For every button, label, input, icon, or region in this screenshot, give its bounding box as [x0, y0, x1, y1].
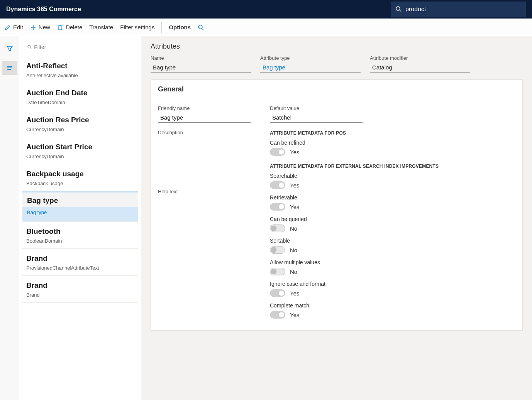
svg-point-7 — [198, 25, 202, 29]
friendly-name-input[interactable]: Bag type — [158, 113, 251, 123]
general-header: General — [151, 80, 522, 99]
list-item[interactable]: BluetoothBooleanDomain — [22, 222, 138, 249]
list-item-sub: CurrencyDomain — [26, 127, 134, 132]
toggle-sortable: SortableNo — [270, 238, 515, 254]
list-item[interactable]: Auction Start PriceCurrencyDomain — [22, 137, 138, 164]
delete-label: Delete — [66, 24, 82, 30]
toggle-switch[interactable] — [270, 311, 285, 319]
list-item-sub: Brand — [26, 292, 134, 298]
new-label: New — [39, 24, 50, 30]
translate-button[interactable]: Translate — [89, 24, 113, 30]
description-textarea[interactable] — [158, 137, 251, 183]
toggle-switch[interactable] — [270, 289, 285, 297]
list-item-title: Auction End Date — [26, 89, 134, 97]
helptext-label: Help text — [158, 189, 251, 194]
toggle-label: Can be queried — [270, 216, 515, 222]
pos-metadata-header: ATTRIBUTE METADATA FOR POS — [270, 130, 515, 136]
toggle-retrievable: RetrievableYes — [270, 194, 515, 211]
edit-button[interactable]: Edit — [5, 24, 23, 30]
list-item-title: Bluetooth — [26, 227, 134, 236]
toggle-can_be_queried: Can be queriedNo — [270, 216, 515, 232]
list-item[interactable]: BrandBrand — [22, 276, 138, 303]
list-item[interactable]: Auction End DateDateTimeDomain — [22, 83, 138, 110]
toggle-ignore_case: Ignore case and formatYes — [270, 281, 515, 297]
options-button[interactable]: Options — [169, 24, 191, 30]
filter-box[interactable] — [24, 41, 136, 53]
svg-line-8 — [202, 29, 203, 30]
left-rail — [0, 36, 19, 400]
list-item-sub: ProvisionedChannelAttributeText — [26, 265, 134, 271]
list-item-sub: CurrencyDomain — [26, 154, 134, 159]
divider — [161, 22, 162, 33]
toggle-label: Sortable — [270, 238, 515, 244]
toggle-value: Yes — [290, 149, 299, 155]
list-item-title: Auction Start Price — [26, 143, 134, 151]
default-value-input[interactable]: Satchel — [270, 113, 363, 123]
delete-button[interactable]: Delete — [57, 24, 82, 30]
helptext-textarea[interactable] — [158, 196, 251, 242]
list-rail-button[interactable] — [2, 61, 17, 75]
translate-label: Translate — [89, 24, 113, 30]
toggle-value: Yes — [290, 182, 299, 189]
list-item[interactable]: Backpack usageBackpack usage — [22, 164, 138, 191]
options-label: Options — [169, 24, 191, 30]
modifier-input[interactable]: Catalog — [370, 62, 470, 73]
toggle-switch[interactable] — [270, 246, 285, 254]
toggle-label: Searchable — [270, 173, 515, 179]
search-box[interactable] — [391, 2, 526, 17]
detail-pane: Attributes Name Bag type Attribute type … — [141, 36, 532, 400]
toggle-switch[interactable] — [270, 148, 285, 156]
toggle-value: No — [290, 247, 297, 253]
list-item-sub: Anti-reflective available — [26, 73, 134, 78]
list-item-title: Brand — [26, 254, 134, 263]
toggle-switch[interactable] — [270, 268, 285, 275]
list-item[interactable]: Anti-ReflectAnti-reflective available — [22, 56, 138, 83]
name-input[interactable]: Bag type — [151, 62, 251, 73]
search-icon — [395, 6, 405, 13]
toggle-switch[interactable] — [270, 203, 285, 211]
list-item-title: Brand — [26, 281, 134, 290]
attrtype-link[interactable]: Bag type — [260, 62, 361, 73]
list-item-title: Anti-Reflect — [26, 62, 134, 70]
toggle-allow_multiple: Allow multiple valuesNo — [270, 259, 515, 275]
list-item-title: Backpack usage — [26, 170, 134, 178]
toggle-switch[interactable] — [270, 181, 285, 189]
search-input[interactable] — [405, 6, 521, 13]
filter-rail-button[interactable] — [2, 42, 17, 56]
default-value-label: Default value — [270, 105, 515, 111]
filter-settings-button[interactable]: Filter settings — [120, 24, 154, 30]
friendly-name-label: Friendly name — [158, 105, 251, 111]
toggle-label: Ignore case and format — [270, 281, 515, 287]
toggle-switch[interactable] — [270, 224, 285, 232]
toggle-can_be_refined: Can be refinedYes — [270, 140, 515, 156]
name-label: Name — [151, 55, 251, 61]
edit-label: Edit — [13, 24, 23, 30]
toggle-value: No — [290, 225, 297, 232]
svg-rect-4 — [59, 26, 62, 30]
toggle-value: No — [290, 268, 297, 275]
top-bar: Dynamics 365 Commerce — [0, 0, 532, 19]
list-item-title: Auction Res Price — [26, 116, 134, 124]
toggle-label: Allow multiple values — [270, 259, 515, 265]
ext-metadata-header: ATTRIBUTE METADATA FOR EXTERNAL SEARCH I… — [270, 164, 515, 169]
new-button[interactable]: New — [30, 24, 50, 30]
list-column: Anti-ReflectAnti-reflective availableAuc… — [19, 36, 141, 400]
toggle-complete_match: Complete matchYes — [270, 302, 515, 319]
list-item-title: Bag type — [27, 196, 133, 205]
list-item-sub: DateTimeDomain — [26, 100, 134, 105]
toggle-label: Retrievable — [270, 194, 515, 201]
filter-settings-label: Filter settings — [120, 24, 154, 30]
toggle-value: Yes — [290, 204, 299, 210]
toggle-label: Complete match — [270, 302, 515, 309]
toggle-label: Can be refined — [270, 140, 515, 146]
filter-input[interactable] — [34, 44, 133, 50]
search-command-button[interactable] — [198, 24, 204, 30]
list-item-sub: Backpack usage — [26, 181, 134, 186]
list-item[interactable]: BrandProvisionedChannelAttributeText — [22, 249, 138, 276]
workspace: Anti-ReflectAnti-reflective availableAuc… — [0, 36, 532, 400]
list-item[interactable]: Auction Res PriceCurrencyDomain — [22, 110, 138, 137]
list-item-sub: BooleanDomain — [26, 238, 134, 244]
detail-header: Attributes — [151, 42, 523, 51]
list-item[interactable]: Bag typeBag type — [22, 191, 138, 222]
svg-point-12 — [28, 45, 30, 48]
